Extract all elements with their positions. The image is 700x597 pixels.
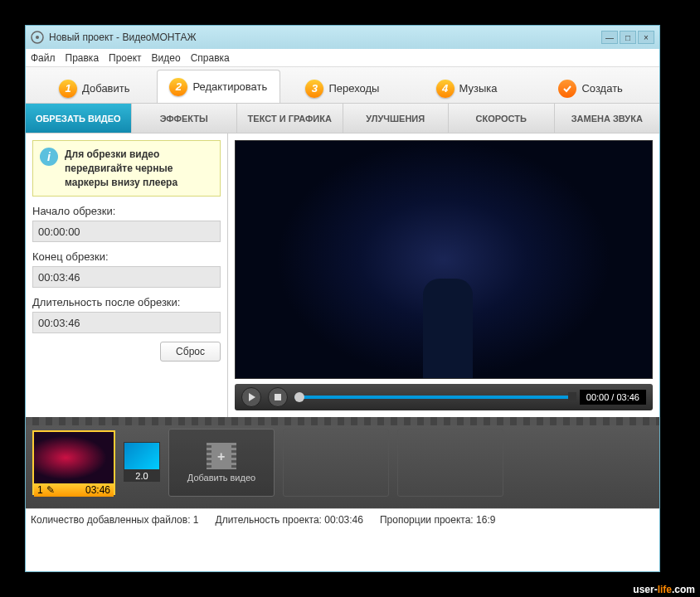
player-controls: 00:00 / 03:46 [235, 384, 653, 410]
time-display: 00:00 / 03:46 [580, 390, 646, 405]
info-text: Для обрезки видео передвигайте черные ма… [65, 148, 213, 189]
app-icon [31, 31, 44, 44]
status-duration: Длительность проекта: 00:03:46 [216, 514, 363, 526]
status-ratio: Пропорции проекта: 16:9 [380, 514, 495, 526]
step-5-label: Создать [581, 82, 622, 95]
close-button[interactable]: × [638, 31, 654, 44]
play-icon [249, 393, 255, 401]
edit-icon[interactable]: ✎ [46, 484, 55, 496]
film-icon: + [207, 443, 236, 469]
info-box: i Для обрезки видео передвигайте черные … [32, 140, 221, 197]
app-window: Новый проект - ВидеоМОНТАЖ — □ × Файл Пр… [25, 25, 660, 572]
statusbar: Количество добавленных файлов: 1 Длитель… [26, 508, 659, 530]
watermark: user-life.com [633, 582, 695, 595]
trim-start-label: Начало обрезки: [32, 205, 221, 217]
wizard-step-music[interactable]: 4 Музыка [405, 73, 529, 103]
wizard-tabs: 1 Добавить 2 Редактировать 3 Переходы 4 … [26, 67, 659, 104]
transition-thumbnail [124, 442, 160, 470]
stop-icon [275, 394, 281, 400]
trim-end-marker[interactable] [568, 392, 576, 400]
menu-file[interactable]: Файл [31, 52, 56, 64]
stop-button[interactable] [268, 387, 288, 407]
subtab-text[interactable]: ТЕКСТ И ГРАФИКА [237, 104, 343, 133]
timeline: 1 ✎ 03:46 2.0 + Добавить видео [26, 417, 659, 508]
timeline-slot[interactable] [283, 429, 389, 497]
trim-duration-label: Длительность после обрезки: [32, 296, 221, 308]
menubar: Файл Правка Проект Видео Справка [26, 49, 659, 67]
trim-start-input[interactable] [32, 221, 221, 242]
subtab-speed[interactable]: СКОРОСТЬ [449, 104, 555, 133]
add-video-button[interactable]: + Добавить видео [168, 429, 275, 497]
sub-tabs: ОБРЕЗАТЬ ВИДЕО ЭФФЕКТЫ ТЕКСТ И ГРАФИКА У… [26, 104, 659, 133]
transition-duration: 2.0 [124, 470, 160, 482]
clip-duration: 03:46 [85, 484, 110, 496]
transition-item[interactable]: 2.0 [124, 442, 160, 483]
subtab-effects[interactable]: ЭФФЕКТЫ [132, 104, 238, 133]
timeline-clip[interactable]: 1 ✎ 03:46 [32, 430, 115, 495]
preview-panel: 00:00 / 03:46 [228, 133, 659, 417]
menu-edit[interactable]: Правка [66, 52, 100, 64]
wizard-step-edit[interactable]: 2 Редактировать [157, 70, 281, 103]
trim-duration-input[interactable] [32, 312, 221, 333]
step-2-label: Редактировать [192, 80, 267, 93]
reset-button[interactable]: Сброс [160, 342, 221, 362]
menu-video[interactable]: Видео [152, 52, 181, 64]
add-video-label: Добавить видео [187, 473, 255, 483]
maximize-button[interactable]: □ [620, 31, 636, 44]
clip-infobar: 1 ✎ 03:46 [34, 483, 114, 497]
status-files: Количество добавленных файлов: 1 [31, 514, 199, 526]
window-title: Новый проект - ВидеоМОНТАЖ [49, 32, 601, 43]
video-preview[interactable] [235, 140, 653, 379]
step-check-icon [558, 80, 576, 98]
trim-end-label: Конец обрезки: [32, 250, 221, 263]
clip-thumbnail [34, 432, 114, 483]
subtab-audio[interactable]: ЗАМЕНА ЗВУКА [555, 104, 660, 133]
svg-point-1 [36, 36, 39, 39]
step-2-icon: 2 [169, 78, 187, 96]
plus-icon: + [217, 449, 225, 464]
wizard-step-add[interactable]: 1 Добавить [32, 73, 157, 103]
menu-help[interactable]: Справка [191, 52, 230, 64]
step-4-label: Музыка [459, 82, 498, 95]
content-area: i Для обрезки видео передвигайте черные … [26, 133, 659, 417]
seek-thumb[interactable] [294, 392, 304, 402]
step-1-label: Добавить [82, 82, 129, 95]
subtab-trim[interactable]: ОБРЕЗАТЬ ВИДЕО [26, 104, 132, 133]
step-4-icon: 4 [436, 80, 455, 98]
wizard-step-transitions[interactable]: 3 Переходы [280, 73, 405, 103]
clip-index: 1 [37, 484, 43, 496]
play-button[interactable] [241, 387, 261, 407]
step-1-icon: 1 [59, 80, 77, 98]
timeline-slot[interactable] [397, 429, 503, 497]
subtab-enhance[interactable]: УЛУЧШЕНИЯ [343, 104, 450, 133]
minimize-button[interactable]: — [601, 31, 618, 44]
step-3-label: Переходы [328, 82, 379, 95]
trim-end-input[interactable] [32, 266, 221, 288]
wizard-step-create[interactable]: Создать [528, 73, 653, 103]
menu-project[interactable]: Проект [109, 52, 142, 64]
step-3-icon: 3 [305, 80, 323, 98]
info-icon: i [40, 148, 58, 166]
seek-slider[interactable] [294, 396, 573, 399]
titlebar: Новый проект - ВидеоМОНТАЖ — □ × [26, 26, 659, 49]
trim-panel: i Для обрезки видео передвигайте черные … [26, 133, 228, 417]
